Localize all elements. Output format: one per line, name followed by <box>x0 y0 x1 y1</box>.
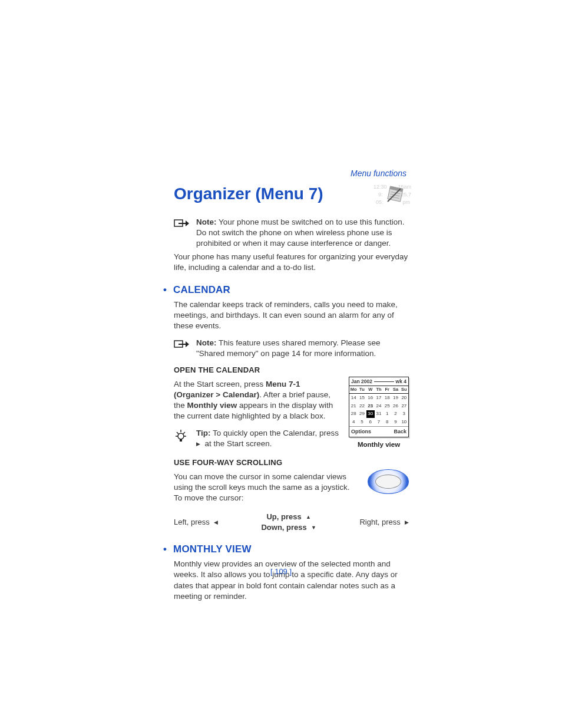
dir-up: Up, press ▲ <box>261 512 316 522</box>
note-text-2: Note: This feature uses shared memory. P… <box>196 338 409 359</box>
intro-paragraph: Your phone has many useful features for … <box>174 252 409 273</box>
svg-line-13 <box>183 432 185 434</box>
svg-point-8 <box>178 433 184 439</box>
running-header: Menu functions <box>351 168 406 179</box>
calendar-intro: The calendar keeps track of reminders, c… <box>174 299 409 332</box>
screen-week: wk 4 <box>396 378 406 385</box>
softkey-right: Back <box>394 428 406 435</box>
svg-rect-14 <box>180 439 182 442</box>
scrolling-heading: USE FOUR-WAY SCROLLING <box>174 457 409 468</box>
note-arrow-icon <box>174 218 190 249</box>
up-triangle-icon: ▲ <box>306 514 311 520</box>
tip-block: Tip: To quickly open the Calendar, press… <box>174 428 340 449</box>
screen-month: Jan 2002 <box>351 378 372 385</box>
left-triangle-icon: ◀ <box>214 519 218 525</box>
scrolling-block: You can move the cursor in some calendar… <box>174 469 409 508</box>
dir-left: Left, press ◀ <box>174 517 218 528</box>
note-arrow-icon <box>174 339 190 359</box>
manual-page: Menu functions Organizer (Menu 7) 12:30 … <box>0 0 562 728</box>
notepad-svg <box>385 184 405 204</box>
calendar-day-headers: MoTuWThFrSaSu <box>349 386 408 394</box>
dir-down: Down, press ▼ <box>261 522 316 533</box>
open-calendar-text: At the Start screen, press Menu 7-1 (Org… <box>174 379 340 422</box>
down-triangle-icon: ▼ <box>311 525 316 531</box>
figure-caption: Monthly view <box>349 440 409 450</box>
calendar-heading: CALENDAR <box>174 284 409 297</box>
open-calendar-heading: OPEN THE CALENDAR <box>174 365 409 375</box>
calendar-grid: 1415161718192021222324252627282930311234… <box>349 394 408 426</box>
calendar-section: CALENDAR The calendar keeps track of rem… <box>174 284 409 532</box>
tip-lightbulb-icon <box>174 429 190 449</box>
organizer-notepad-icon: 12:30 15am 9: 25.7 05: pm <box>375 183 410 211</box>
monthly-view-text: Monthly view provides an overview of the… <box>174 559 409 602</box>
note-block-1: Note: Your phone must be switched on to … <box>174 217 409 249</box>
softkey-left: Options <box>351 428 371 435</box>
right-triangle-icon: ▶ <box>405 519 409 525</box>
note-block-2: Note: This feature uses shared memory. P… <box>174 338 409 359</box>
direction-row: Left, press ◀ Up, press ▲ Down, press ▼ … <box>174 512 409 532</box>
monthly-view-figure: Jan 2002 wk 4 MoTuWThFrSaSu 141516171819… <box>349 377 409 449</box>
joystick-icon <box>368 469 409 494</box>
tip-text: Tip: To quickly open the Calendar, press… <box>196 428 339 449</box>
open-calendar-block: At the Start screen, press Menu 7-1 (Org… <box>174 377 409 452</box>
scrolling-text: You can move the cursor in some calendar… <box>174 472 359 504</box>
note-text: Note: Your phone must be switched on to … <box>196 217 409 249</box>
monthly-view-heading: MONTHLY VIEW <box>174 543 409 556</box>
svg-line-12 <box>177 432 178 434</box>
right-triangle-icon: ▶ <box>196 441 200 447</box>
dir-right: Right, press ▶ <box>359 517 409 528</box>
page-title: Organizer (Menu 7) <box>174 183 323 205</box>
title-row: Organizer (Menu 7) 12:30 15am 9: 25.7 05… <box>174 183 409 211</box>
page-number: [ 109 ] <box>0 566 562 577</box>
